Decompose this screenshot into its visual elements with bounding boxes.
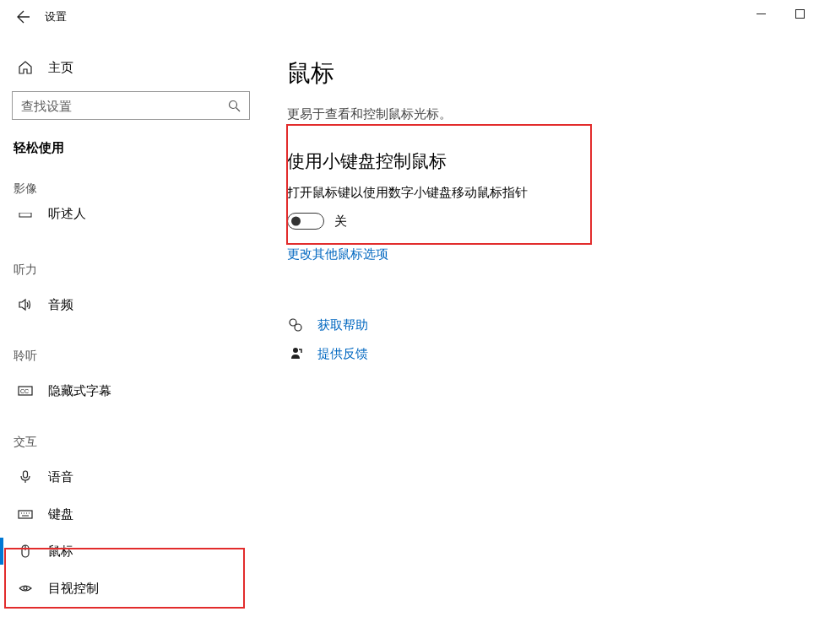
svg-point-17 <box>24 587 27 590</box>
content-area: 鼠标 更易于查看和控制鼠标光标。 使用小键盘控制鼠标 打开鼠标键以使用数字小键盘… <box>262 34 819 644</box>
feedback-row[interactable]: 提供反馈 <box>287 345 794 362</box>
svg-point-2 <box>229 100 236 108</box>
svg-rect-9 <box>19 511 32 518</box>
audio-label: 音频 <box>48 297 73 313</box>
svg-rect-1 <box>795 9 804 18</box>
search-icon <box>227 99 241 112</box>
help-section: 获取帮助 提供反馈 <box>287 317 794 362</box>
toggle-state-label: 关 <box>334 214 347 230</box>
link-more-options[interactable]: 更改其他鼠标选项 <box>287 246 388 261</box>
toggle-switch[interactable] <box>287 213 324 230</box>
svg-rect-4 <box>19 213 31 217</box>
sidebar-item-audio[interactable]: 音频 <box>0 286 262 323</box>
arrow-left-icon <box>17 10 30 24</box>
captions-label: 隐藏式字幕 <box>48 383 111 399</box>
section-keypad-desc: 打开鼠标键以使用数字小键盘移动鼠标指针 <box>287 185 794 201</box>
search-box[interactable] <box>12 91 250 120</box>
section-hearing2: 聆听 <box>12 349 262 364</box>
help-icon <box>287 317 304 333</box>
keyboard-icon <box>17 506 34 522</box>
svg-text:CC: CC <box>20 388 29 394</box>
link-get-help[interactable]: 获取帮助 <box>317 317 368 333</box>
page-title: 鼠标 <box>287 57 794 89</box>
speech-label: 语音 <box>48 469 73 485</box>
eyecontrol-label: 目视控制 <box>48 581 99 597</box>
microphone-icon <box>17 468 34 485</box>
svg-rect-7 <box>24 471 28 478</box>
home-icon <box>17 59 34 76</box>
sidebar-title: 轻松使用 <box>12 140 262 156</box>
window-controls <box>741 0 819 27</box>
help-row[interactable]: 获取帮助 <box>287 317 794 333</box>
toggle-knob <box>291 217 301 226</box>
sidebar-item-mouse[interactable]: 鼠标 <box>0 533 262 570</box>
minimize-icon <box>757 9 766 19</box>
maximize-button[interactable] <box>780 0 819 27</box>
toggle-mouse-keys[interactable]: 关 <box>287 213 794 230</box>
home-button[interactable]: 主页 <box>12 51 262 84</box>
back-button[interactable] <box>15 8 32 25</box>
svg-line-3 <box>236 107 240 111</box>
partial-label: 听述人 <box>48 206 86 222</box>
feedback-icon <box>287 345 304 362</box>
minimize-button[interactable] <box>741 0 780 27</box>
section-vision: 影像 <box>12 181 262 197</box>
titlebar: 设置 <box>0 0 819 34</box>
sidebar-item-partial[interactable]: 听述人 <box>12 205 262 229</box>
mouse-icon <box>17 543 34 560</box>
section-keypad-title: 使用小键盘控制鼠标 <box>287 149 794 173</box>
sidebar-item-captions[interactable]: CC 隐藏式字幕 <box>0 372 262 409</box>
sidebar: 主页 轻松使用 影像 听述人 听力 <box>0 34 262 644</box>
section-hearing: 听力 <box>12 262 262 278</box>
eye-icon <box>17 580 34 597</box>
svg-point-19 <box>295 324 301 331</box>
sidebar-item-speech[interactable]: 语音 <box>0 458 262 495</box>
cc-icon: CC <box>17 382 34 399</box>
sidebar-item-eyecontrol[interactable]: 目视控制 <box>0 570 262 607</box>
mouse-label: 鼠标 <box>48 544 73 560</box>
svg-point-20 <box>293 348 298 353</box>
narrator-icon <box>17 213 34 221</box>
page-subtitle: 更易于查看和控制鼠标光标。 <box>287 106 794 122</box>
link-feedback[interactable]: 提供反馈 <box>317 346 368 362</box>
search-input[interactable] <box>21 99 227 113</box>
maximize-icon <box>795 9 805 19</box>
speaker-icon <box>17 296 34 313</box>
home-label: 主页 <box>48 60 73 76</box>
keyboard-label: 键盘 <box>48 506 73 522</box>
sidebar-item-keyboard[interactable]: 键盘 <box>0 495 262 533</box>
section-interaction: 交互 <box>12 435 262 450</box>
window-title: 设置 <box>45 9 67 24</box>
